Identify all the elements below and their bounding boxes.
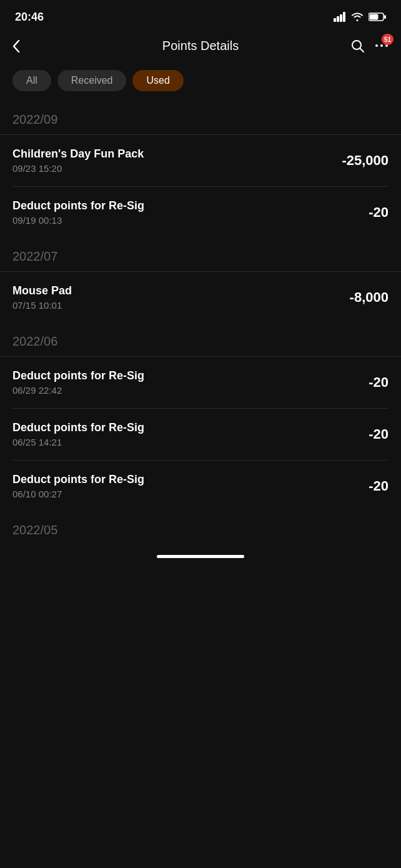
svg-rect-2 — [340, 14, 342, 22]
search-button[interactable] — [351, 37, 365, 54]
home-indicator — [0, 545, 401, 564]
transaction-date: 06/29 22:42 — [12, 385, 144, 396]
header-actions: 51 — [351, 37, 389, 54]
home-bar — [157, 555, 244, 558]
svg-point-10 — [380, 44, 383, 47]
section-header-2022-07: 2022/07 — [0, 238, 401, 271]
filter-tab-received[interactable]: Received — [57, 70, 127, 91]
list-item: Deduct points for Re-Sig 06/25 14:21 -20 — [0, 409, 401, 460]
filter-tabs: All Received Used — [0, 64, 401, 101]
header: Points Details 51 — [0, 31, 401, 64]
svg-rect-6 — [384, 15, 386, 19]
section-header-2022-05: 2022/05 — [0, 512, 401, 545]
transaction-title: Children's Day Fun Pack — [12, 147, 144, 161]
transaction-amount: -20 — [369, 478, 389, 494]
transaction-title: Deduct points for Re-Sig — [12, 369, 144, 382]
transaction-amount: -20 — [369, 426, 389, 442]
svg-rect-5 — [370, 14, 379, 20]
transaction-amount: -8,000 — [350, 289, 389, 306]
wifi-icon — [351, 12, 364, 22]
transaction-date: 06/25 14:21 — [12, 437, 144, 447]
list-item: Deduct points for Re-Sig 06/10 00:27 -20 — [0, 461, 401, 512]
battery-icon — [369, 12, 386, 21]
filter-tab-used[interactable]: Used — [132, 70, 183, 91]
transaction-title: Deduct points for Re-Sig — [12, 199, 144, 212]
svg-rect-3 — [343, 12, 345, 22]
status-bar: 20:46 — [0, 0, 401, 31]
list-item: Mouse Pad 07/15 10:01 -8,000 — [0, 272, 401, 323]
section-header-2022-06: 2022/06 — [0, 323, 401, 356]
back-button[interactable] — [12, 37, 37, 54]
svg-rect-1 — [337, 16, 339, 22]
transaction-title: Deduct points for Re-Sig — [12, 421, 144, 434]
svg-point-9 — [375, 44, 378, 47]
svg-line-8 — [360, 49, 364, 52]
transaction-title: Deduct points for Re-Sig — [12, 473, 144, 486]
status-time: 20:46 — [15, 11, 44, 24]
transaction-date: 07/15 10:01 — [12, 300, 72, 311]
section-header-2022-09: 2022/09 — [0, 101, 401, 134]
transaction-amount: -25,000 — [342, 152, 389, 169]
notification-badge: 51 — [382, 34, 394, 45]
svg-rect-0 — [334, 18, 336, 22]
transaction-date: 09/23 15:20 — [12, 163, 144, 174]
list-item: Deduct points for Re-Sig 09/19 00:13 -20 — [0, 187, 401, 238]
list-item: Children's Day Fun Pack 09/23 15:20 -25,… — [0, 135, 401, 186]
menu-button[interactable]: 51 — [375, 39, 389, 52]
list-item: Deduct points for Re-Sig 06/29 22:42 -20 — [0, 357, 401, 408]
transaction-date: 09/19 00:13 — [12, 215, 144, 226]
signal-icon — [334, 12, 346, 22]
transaction-amount: -20 — [369, 374, 389, 391]
status-icons — [334, 12, 386, 22]
page-title: Points Details — [162, 39, 239, 53]
transaction-date: 06/10 00:27 — [12, 489, 144, 499]
transaction-amount: -20 — [369, 204, 389, 221]
filter-tab-all[interactable]: All — [12, 70, 51, 91]
transaction-title: Mouse Pad — [12, 284, 72, 297]
